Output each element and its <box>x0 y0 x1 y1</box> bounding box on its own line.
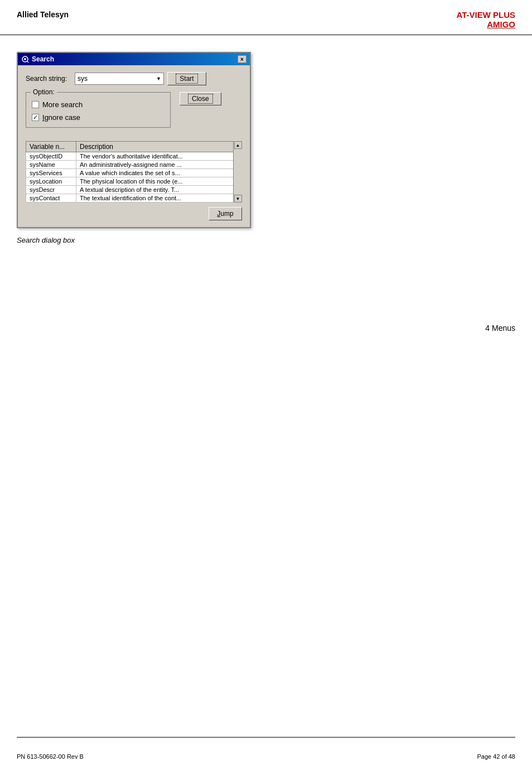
dialog-title-group: Search <box>21 55 54 63</box>
search-input-dropdown[interactable]: sys ▼ <box>75 73 164 85</box>
table-cell-description: The textual identification of the cont..… <box>76 194 242 203</box>
scroll-down-button[interactable]: ▼ <box>234 195 242 203</box>
more-search-checkbox[interactable] <box>32 101 39 108</box>
table-cell-description: An administratively-assigned name ... <box>76 161 242 169</box>
table-row[interactable]: sysContactThe textual identification of … <box>26 194 242 203</box>
table-row[interactable]: sysDescrA textual description of the ent… <box>26 186 242 194</box>
section-heading: 4 Menus <box>485 324 515 333</box>
table-cell-description: A value which indicates the set of s... <box>76 169 242 177</box>
footer-right: Page 42 of 48 <box>477 753 515 760</box>
close-dialog-button[interactable]: Close <box>180 92 221 105</box>
table-cell-variable: sysDescr <box>26 186 76 194</box>
svg-line-2 <box>27 61 29 63</box>
ignore-case-checkbox[interactable] <box>32 114 39 121</box>
jump-button[interactable]: Jump <box>209 207 242 220</box>
col-header-variable: Variable n... <box>26 142 76 152</box>
page-footer: PN 613-50662-00 Rev B Page 42 of 48 <box>17 753 515 760</box>
more-search-label: More search <box>42 100 83 109</box>
more-search-row: More search <box>32 100 165 109</box>
table-cell-description: The physical location of this node (e... <box>76 177 242 186</box>
results-table: Variable n... Description sysObjectIDThe… <box>26 141 242 203</box>
table-cell-variable: sysServices <box>26 169 76 177</box>
product-info: AT-VIEW PLUS AMIGO <box>456 10 515 29</box>
dialog-body: Search string: sys ▼ Start Option: <box>18 65 250 227</box>
dialog-icon <box>21 55 29 63</box>
ignore-case-label: Ignore case <box>42 113 80 122</box>
svg-point-1 <box>24 58 26 60</box>
start-button[interactable]: Start <box>167 72 206 85</box>
search-dialog: Search × Search string: sys ▼ Start <box>17 52 251 228</box>
dialog-titlebar: Search × <box>18 53 250 65</box>
dropdown-arrow-icon: ▼ <box>156 76 161 81</box>
bottom-divider <box>17 737 515 738</box>
option-legend: Option: <box>31 88 57 96</box>
table-cell-variable: sysLocation <box>26 177 76 186</box>
table-cell-variable: sysContact <box>26 194 76 203</box>
table-row[interactable]: sysNameAn administratively-assigned name… <box>26 161 242 169</box>
footer-left: PN 613-50662-00 Rev B <box>17 753 84 760</box>
jump-label: Jump <box>217 210 233 218</box>
ignore-case-row: Ignore case <box>32 113 165 122</box>
table-cell-variable: sysName <box>26 161 76 169</box>
table-cell-description: The vendor's authoritative identificat..… <box>76 152 242 161</box>
start-button-label: Start <box>176 74 197 84</box>
jump-row: Jump <box>26 207 242 220</box>
dialog-close-button[interactable]: × <box>238 55 246 63</box>
results-table-wrapper: Variable n... Description sysObjectIDThe… <box>26 141 242 203</box>
product-name: AT-VIEW PLUS <box>456 10 515 20</box>
dialog-title-text: Search <box>32 55 54 63</box>
main-content: Search × Search string: sys ▼ Start <box>0 35 532 261</box>
table-row[interactable]: sysLocationThe physical location of this… <box>26 177 242 186</box>
scroll-up-button[interactable]: ▲ <box>234 141 242 149</box>
company-name: Allied Telesyn <box>17 10 69 19</box>
search-input-wrapper: sys ▼ Start <box>75 72 242 85</box>
product-sub: AMIGO <box>456 20 515 29</box>
page-header: Allied Telesyn AT-VIEW PLUS AMIGO <box>0 0 532 35</box>
caption: Search dialog box <box>17 236 515 244</box>
close-button-label: Close <box>188 94 213 104</box>
search-string-label: Search string: <box>26 75 70 83</box>
col-header-description: Description <box>76 142 242 152</box>
table-row[interactable]: sysObjectIDThe vendor's authoritative id… <box>26 152 242 161</box>
search-string-row: Search string: sys ▼ Start <box>26 72 242 85</box>
table-scrollbar[interactable]: ▲ ▼ <box>233 141 242 203</box>
search-input-value: sys <box>78 75 88 83</box>
close-button-container: Close <box>180 92 221 105</box>
table-cell-description: A textual description of the entity. T..… <box>76 186 242 194</box>
option-close-row: Option: More search Ignore case <box>26 92 242 134</box>
option-group: Option: More search Ignore case <box>26 92 171 128</box>
table-cell-variable: sysObjectID <box>26 152 76 161</box>
table-row[interactable]: sysServicesA value which indicates the s… <box>26 169 242 177</box>
